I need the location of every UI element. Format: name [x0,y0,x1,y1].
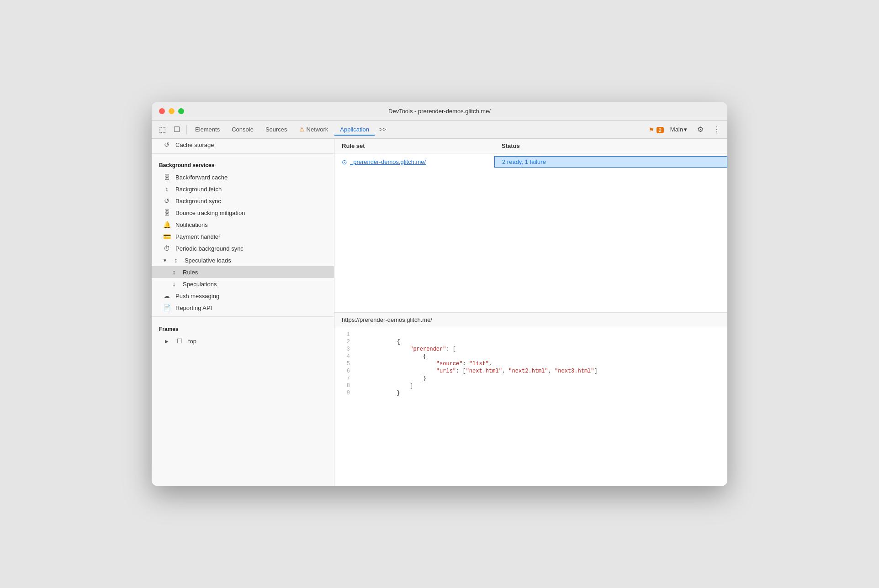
sidebar-bounce-tracking-label: Bounce tracking mitigation [175,210,245,216]
line-content-5: "source": "list", [357,361,727,367]
source-panel: https://prerender-demos.glitch.me/ 1 2 {… [334,312,727,486]
cache-storage-icon: ↺ [163,141,171,148]
speculative-loads-icon: ↕ [172,257,180,264]
tab-sources[interactable]: Sources [260,123,293,136]
top-frame-icon: ☐ [175,337,184,345]
device-tool-button[interactable]: ☐ [170,123,184,136]
sidebar-cache-storage-label: Cache storage [175,142,214,148]
sidebar-item-push-messaging[interactable]: ☁ Push messaging [152,290,334,302]
sidebar-speculative-loads-label: Speculative loads [185,257,231,264]
more-options-button[interactable]: ⋮ [710,123,724,136]
source-code: 1 2 { 3 "prerender": [ 4 [334,327,727,486]
main-dropdown-button[interactable]: Main ▾ [667,124,691,135]
line-number-9: 9 [334,390,357,396]
background-services-header: Background services [152,157,334,171]
line-number-8: 8 [334,383,357,389]
sidebar-item-periodic-background-sync[interactable]: ⏱ Periodic background sync [152,242,334,254]
line-content-8: ] [357,383,727,389]
line-number-3: 3 [334,346,357,352]
sidebar-item-payment-handler[interactable]: 💳 Payment handler [152,231,334,242]
sidebar-payment-handler-label: Payment handler [175,233,220,240]
spec-table-header: Rule set Status [334,139,727,153]
code-line-3: 3 "prerender": [ [334,346,727,353]
prerender-link-icon: ⊙ [342,158,347,166]
sidebar-item-back-forward-cache[interactable]: 🗄 Back/forward cache [152,171,334,183]
tab-more-button[interactable]: >> [376,124,390,135]
sidebar-item-background-sync[interactable]: ↺ Background sync [152,195,334,207]
tab-elements[interactable]: Elements [190,123,225,136]
tab-network[interactable]: ⚠ Network [294,123,334,136]
payment-handler-icon: 💳 [163,233,171,240]
code-line-8: 8 ] [334,382,727,389]
line-number-7: 7 [334,375,357,382]
more-icon: >> [379,126,386,133]
tab-separator [186,125,187,134]
sidebar-item-cache-storage[interactable]: ↺ Cache storage [152,139,334,151]
sidebar-notifications-label: Notifications [175,221,208,228]
tab-console-label: Console [232,126,254,133]
sidebar-item-speculative-loads[interactable]: ▼ ↕ Speculative loads [152,254,334,266]
code-line-4: 4 { [334,353,727,360]
sidebar-item-background-fetch[interactable]: ↕ Background fetch [152,183,334,195]
tab-application-label: Application [340,126,369,133]
spec-cell-status[interactable]: 2 ready, 1 failure [494,156,727,168]
code-line-2: 2 { [334,338,727,346]
table-row[interactable]: ⊙ _prerender-demos.glitch.me/ 2 ready, 1… [334,153,727,170]
periodic-background-sync-icon: ⏱ [163,245,171,252]
badge-count: 2 [657,127,664,133]
chevron-down-icon: ▾ [684,126,687,133]
sidebar-rules-label: Rules [183,269,198,276]
settings-button[interactable]: ⚙ [694,123,707,136]
push-messaging-icon: ☁ [163,292,171,299]
chevron-down-icon: ▼ [163,258,167,263]
sidebar-item-speculations[interactable]: ↓ Speculations [152,278,334,290]
window-title: DevTools - prerender-demos.glitch.me/ [388,108,491,115]
sidebar-item-top[interactable]: ▶ ☐ top [152,335,334,347]
background-sync-icon: ↺ [163,197,171,205]
warning-icon: ⚠ [299,126,305,133]
code-line-6: 6 "urls": ["next.html", "next2.html", "n… [334,368,727,375]
bounce-tracking-icon: 🗄 [163,209,171,216]
sidebar-item-notifications[interactable]: 🔔 Notifications [152,219,334,231]
sidebar-top-label: top [188,338,196,345]
tab-network-label: Network [307,126,328,133]
gear-icon: ⚙ [697,125,704,134]
main-content: ↺ Cache storage Background services 🗄 Ba… [152,139,727,486]
code-line-5: 5 "source": "list", [334,360,727,368]
line-content-4: { [357,353,727,360]
sidebar-push-messaging-label: Push messaging [175,293,219,299]
main-label: Main [670,126,683,133]
sidebar: ↺ Cache storage Background services 🗄 Ba… [152,139,334,486]
line-number-6: 6 [334,368,357,374]
frames-section: Frames ▶ ☐ top [152,320,334,347]
sidebar-background-fetch-label: Background fetch [175,186,222,193]
panel-area: Rule set Status ⊙ _prerender-demos.glitc… [334,139,727,486]
error-badge: ⚑ 2 [649,126,664,134]
reporting-api-icon: 📄 [163,304,171,311]
col-ruleset-header: Rule set [334,142,494,149]
cursor-tool-button[interactable]: ⬚ [155,123,169,136]
line-content-6: "urls": ["next.html", "next2.html", "nex… [357,368,727,374]
back-forward-cache-icon: 🗄 [163,173,171,181]
sidebar-speculations-label: Speculations [183,281,217,288]
ruleset-link[interactable]: _prerender-demos.glitch.me/ [350,158,426,165]
close-button[interactable] [159,108,165,114]
line-number-2: 2 [334,339,357,345]
notifications-icon: 🔔 [163,221,171,228]
col-status-header: Status [494,142,727,149]
tab-console[interactable]: Console [226,123,259,136]
minimize-button[interactable] [169,108,175,114]
rules-icon: ↕ [170,268,178,276]
tab-application[interactable]: Application [334,123,375,136]
tab-elements-label: Elements [195,126,220,133]
sidebar-item-rules[interactable]: ↕ Rules [152,266,334,278]
tabbar: ⬚ ☐ Elements Console Sources ⚠ Network A… [152,121,727,139]
code-line-7: 7 } [334,375,727,382]
maximize-button[interactable] [178,108,184,114]
line-number-5: 5 [334,361,357,367]
speculations-icon: ↓ [170,280,178,288]
device-icon: ☐ [174,125,180,134]
sidebar-item-reporting-api[interactable]: 📄 Reporting API [152,302,334,314]
sidebar-item-bounce-tracking[interactable]: 🗄 Bounce tracking mitigation [152,207,334,219]
titlebar: DevTools - prerender-demos.glitch.me/ [152,102,727,121]
